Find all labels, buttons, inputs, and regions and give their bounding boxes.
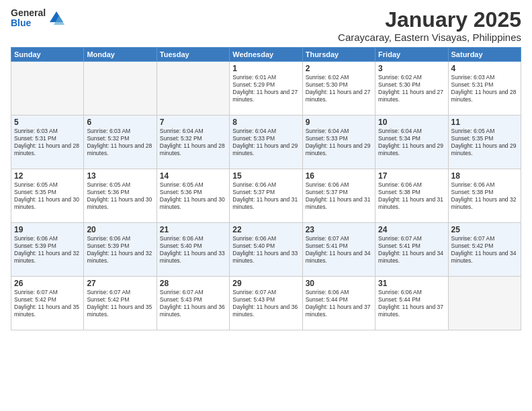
table-row: 30Sunrise: 6:06 AM Sunset: 5:44 PM Dayli… xyxy=(302,277,375,330)
table-row: 18Sunrise: 6:06 AM Sunset: 5:38 PM Dayli… xyxy=(448,169,521,223)
table-row: 28Sunrise: 6:07 AM Sunset: 5:43 PM Dayli… xyxy=(157,277,229,330)
day-number: 29 xyxy=(232,279,299,288)
table-row: 8Sunrise: 6:04 AM Sunset: 5:33 PM Daylig… xyxy=(230,116,302,169)
day-detail: Sunrise: 6:05 AM Sunset: 5:36 PM Dayligh… xyxy=(160,181,226,211)
col-sunday: Sunday xyxy=(11,48,84,62)
table-row: 7Sunrise: 6:04 AM Sunset: 5:32 PM Daylig… xyxy=(157,116,229,169)
page: General Blue January 2025 Caraycaray, Ea… xyxy=(0,0,532,411)
day-number: 27 xyxy=(87,279,153,288)
table-row xyxy=(11,62,84,116)
logo-icon xyxy=(47,9,66,28)
day-number: 2 xyxy=(306,64,372,73)
day-number: 22 xyxy=(232,225,299,234)
calendar-table: Sunday Monday Tuesday Wednesday Thursday… xyxy=(11,47,521,330)
table-row: 14Sunrise: 6:05 AM Sunset: 5:36 PM Dayli… xyxy=(157,169,229,223)
day-detail: Sunrise: 6:04 AM Sunset: 5:34 PM Dayligh… xyxy=(378,128,445,157)
table-row: 26Sunrise: 6:07 AM Sunset: 5:42 PM Dayli… xyxy=(11,277,84,330)
table-row: 15Sunrise: 6:06 AM Sunset: 5:37 PM Dayli… xyxy=(230,169,302,223)
day-number: 17 xyxy=(378,171,445,181)
table-row: 17Sunrise: 6:06 AM Sunset: 5:38 PM Dayli… xyxy=(375,169,448,223)
day-detail: Sunrise: 6:06 AM Sunset: 5:38 PM Dayligh… xyxy=(451,181,518,211)
col-thursday: Thursday xyxy=(302,48,375,62)
location-title: Caraycaray, Eastern Visayas, Philippines xyxy=(338,32,521,43)
table-row: 29Sunrise: 6:07 AM Sunset: 5:43 PM Dayli… xyxy=(230,277,302,330)
day-detail: Sunrise: 6:06 AM Sunset: 5:37 PM Dayligh… xyxy=(232,181,299,211)
table-row: 25Sunrise: 6:07 AM Sunset: 5:42 PM Dayli… xyxy=(448,223,521,277)
table-row: 23Sunrise: 6:07 AM Sunset: 5:41 PM Dayli… xyxy=(302,223,375,277)
calendar-week-row: 26Sunrise: 6:07 AM Sunset: 5:42 PM Dayli… xyxy=(11,277,521,330)
col-wednesday: Wednesday xyxy=(230,48,302,62)
day-number: 4 xyxy=(451,64,518,73)
day-detail: Sunrise: 6:06 AM Sunset: 5:44 PM Dayligh… xyxy=(306,289,372,318)
table-row: 5Sunrise: 6:03 AM Sunset: 5:31 PM Daylig… xyxy=(11,116,84,169)
day-number: 15 xyxy=(232,171,299,181)
day-number: 24 xyxy=(378,225,445,234)
day-detail: Sunrise: 6:07 AM Sunset: 5:42 PM Dayligh… xyxy=(87,289,153,318)
day-detail: Sunrise: 6:05 AM Sunset: 5:35 PM Dayligh… xyxy=(451,128,518,157)
table-row: 10Sunrise: 6:04 AM Sunset: 5:34 PM Dayli… xyxy=(375,116,448,169)
day-number: 10 xyxy=(378,118,445,127)
day-number: 26 xyxy=(14,279,81,288)
calendar-week-row: 1Sunrise: 6:01 AM Sunset: 5:29 PM Daylig… xyxy=(11,62,521,116)
day-detail: Sunrise: 6:05 AM Sunset: 5:36 PM Dayligh… xyxy=(87,181,153,211)
day-detail: Sunrise: 6:03 AM Sunset: 5:32 PM Dayligh… xyxy=(87,128,153,157)
day-number: 23 xyxy=(306,225,372,234)
col-friday: Friday xyxy=(375,48,448,62)
table-row: 24Sunrise: 6:07 AM Sunset: 5:41 PM Dayli… xyxy=(375,223,448,277)
day-detail: Sunrise: 6:04 AM Sunset: 5:32 PM Dayligh… xyxy=(160,128,226,157)
day-number: 20 xyxy=(87,225,153,234)
table-row: 22Sunrise: 6:06 AM Sunset: 5:40 PM Dayli… xyxy=(230,223,302,277)
day-detail: Sunrise: 6:06 AM Sunset: 5:39 PM Dayligh… xyxy=(87,235,153,265)
day-detail: Sunrise: 6:03 AM Sunset: 5:31 PM Dayligh… xyxy=(451,74,518,103)
table-row: 19Sunrise: 6:06 AM Sunset: 5:39 PM Dayli… xyxy=(11,223,84,277)
table-row: 27Sunrise: 6:07 AM Sunset: 5:42 PM Dayli… xyxy=(84,277,157,330)
table-row: 2Sunrise: 6:02 AM Sunset: 5:30 PM Daylig… xyxy=(302,62,375,116)
calendar-week-row: 19Sunrise: 6:06 AM Sunset: 5:39 PM Dayli… xyxy=(11,223,521,277)
day-number: 21 xyxy=(160,225,226,234)
day-number: 5 xyxy=(14,118,81,127)
day-detail: Sunrise: 6:06 AM Sunset: 5:39 PM Dayligh… xyxy=(14,235,81,265)
day-number: 16 xyxy=(306,171,372,181)
table-row xyxy=(448,277,521,330)
calendar-header-row: Sunday Monday Tuesday Wednesday Thursday… xyxy=(11,48,521,62)
day-detail: Sunrise: 6:06 AM Sunset: 5:40 PM Dayligh… xyxy=(160,235,226,265)
day-detail: Sunrise: 6:04 AM Sunset: 5:33 PM Dayligh… xyxy=(306,128,372,157)
day-number: 25 xyxy=(451,225,518,234)
day-detail: Sunrise: 6:07 AM Sunset: 5:43 PM Dayligh… xyxy=(160,289,226,318)
day-number: 3 xyxy=(378,64,445,73)
day-number: 19 xyxy=(14,225,81,234)
table-row: 16Sunrise: 6:06 AM Sunset: 5:37 PM Dayli… xyxy=(302,169,375,223)
logo: General Blue xyxy=(11,8,66,29)
col-monday: Monday xyxy=(84,48,157,62)
table-row: 20Sunrise: 6:06 AM Sunset: 5:39 PM Dayli… xyxy=(84,223,157,277)
day-number: 11 xyxy=(451,118,518,127)
day-detail: Sunrise: 6:07 AM Sunset: 5:41 PM Dayligh… xyxy=(378,235,445,265)
day-detail: Sunrise: 6:03 AM Sunset: 5:31 PM Dayligh… xyxy=(14,128,81,157)
table-row xyxy=(157,62,229,116)
day-number: 12 xyxy=(14,171,81,181)
table-row: 3Sunrise: 6:02 AM Sunset: 5:30 PM Daylig… xyxy=(375,62,448,116)
table-row: 1Sunrise: 6:01 AM Sunset: 5:29 PM Daylig… xyxy=(230,62,302,116)
col-tuesday: Tuesday xyxy=(157,48,229,62)
title-block: January 2025 Caraycaray, Eastern Visayas… xyxy=(338,8,521,43)
day-number: 1 xyxy=(232,64,299,73)
day-detail: Sunrise: 6:06 AM Sunset: 5:40 PM Dayligh… xyxy=(232,235,299,265)
day-number: 13 xyxy=(87,171,153,181)
table-row: 12Sunrise: 6:05 AM Sunset: 5:35 PM Dayli… xyxy=(11,169,84,223)
table-row: 6Sunrise: 6:03 AM Sunset: 5:32 PM Daylig… xyxy=(84,116,157,169)
col-saturday: Saturday xyxy=(448,48,521,62)
calendar-week-row: 12Sunrise: 6:05 AM Sunset: 5:35 PM Dayli… xyxy=(11,169,521,223)
day-detail: Sunrise: 6:06 AM Sunset: 5:44 PM Dayligh… xyxy=(378,289,445,318)
day-number: 6 xyxy=(87,118,153,127)
day-detail: Sunrise: 6:06 AM Sunset: 5:38 PM Dayligh… xyxy=(378,181,445,211)
day-detail: Sunrise: 6:07 AM Sunset: 5:42 PM Dayligh… xyxy=(451,235,518,265)
day-number: 9 xyxy=(306,118,372,127)
day-detail: Sunrise: 6:06 AM Sunset: 5:37 PM Dayligh… xyxy=(306,181,372,211)
table-row: 9Sunrise: 6:04 AM Sunset: 5:33 PM Daylig… xyxy=(302,116,375,169)
table-row: 11Sunrise: 6:05 AM Sunset: 5:35 PM Dayli… xyxy=(448,116,521,169)
day-detail: Sunrise: 6:02 AM Sunset: 5:30 PM Dayligh… xyxy=(378,74,445,103)
day-detail: Sunrise: 6:02 AM Sunset: 5:30 PM Dayligh… xyxy=(306,74,372,103)
table-row: 21Sunrise: 6:06 AM Sunset: 5:40 PM Dayli… xyxy=(157,223,229,277)
day-detail: Sunrise: 6:07 AM Sunset: 5:43 PM Dayligh… xyxy=(232,289,299,318)
day-number: 30 xyxy=(306,279,372,288)
